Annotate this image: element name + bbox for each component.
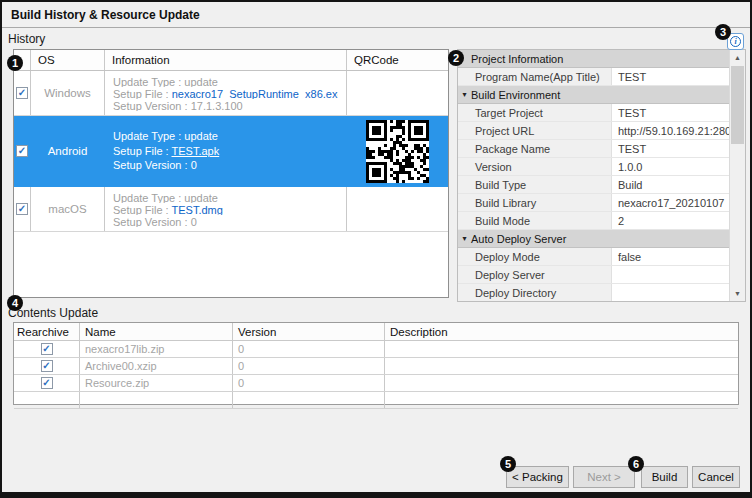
scroll-down-icon[interactable]: ▼ <box>730 286 745 301</box>
header-information[interactable]: Information <box>105 50 347 70</box>
callout-badge-4: 4 <box>7 295 23 311</box>
setup-file-link[interactable]: nexacro17_SetupRuntime_x86.exe <box>172 88 338 99</box>
info-icon-glyph: i <box>730 36 741 47</box>
qrcode-cell <box>347 71 448 115</box>
cancel-button[interactable]: Cancel <box>692 466 740 488</box>
setup-file-link[interactable]: TEST.dmg <box>172 204 223 215</box>
property-row-package-name: Package NameTEST <box>458 140 730 158</box>
property-value[interactable]: false <box>612 251 730 263</box>
section-label: Auto Deploy Server <box>471 233 566 245</box>
rearchive-checkbox[interactable]: ✓ <box>41 377 53 389</box>
property-value[interactable]: 2 <box>612 215 730 227</box>
row-checkbox[interactable]: ✓ <box>16 87 28 99</box>
history-row-macos[interactable]: ✓macOSUpdate Type : updateSetup File : T… <box>14 187 448 232</box>
property-label: Build Type <box>458 176 612 193</box>
setup-version-text: Setup Version : 0 <box>113 215 338 227</box>
section-expander-icon: ▾ <box>458 90 471 99</box>
build-properties-panel: Project InformationProgram Name(App Titl… <box>457 49 746 302</box>
qrcode-image[interactable] <box>366 120 429 183</box>
qrcode-cell <box>347 116 448 186</box>
os-cell: Android <box>31 116 105 186</box>
information-cell: Update Type : updateSetup File : TEST.dm… <box>105 187 347 231</box>
property-label: Project URL <box>458 122 612 139</box>
property-value[interactable]: 1.0.0 <box>612 161 730 173</box>
dialog-title: Build History & Resource Update <box>11 8 200 22</box>
setup-version-text: Setup Version : 17.1.3.100 <box>113 99 338 111</box>
build-button[interactable]: Build <box>641 466 688 488</box>
property-section-auto-deploy-server[interactable]: ▾Auto Deploy Server <box>458 230 730 248</box>
setup-file-link[interactable]: TEST.apk <box>172 145 220 157</box>
checkbox-cell: ✓ <box>14 187 31 231</box>
history-table: OS Information QRCode ✓WindowsUpdate Typ… <box>13 49 449 298</box>
version-cell <box>233 392 385 408</box>
description-cell <box>385 375 738 391</box>
property-row-build-mode: Build Mode2 <box>458 212 730 230</box>
section-label: Build Environment <box>471 89 560 101</box>
setup-file-text: Setup File : TEST.apk <box>113 144 338 159</box>
property-label: Package Name <box>458 140 612 157</box>
version-cell: 0 <box>233 375 385 391</box>
description-cell <box>385 392 738 408</box>
description-cell <box>385 341 738 357</box>
version-cell: 0 <box>233 341 385 357</box>
contents-table-header: Rearchive Name Version Description <box>14 323 738 341</box>
scrollbar-thumb[interactable] <box>731 66 744 144</box>
row-checkbox[interactable]: ✓ <box>16 203 28 215</box>
property-section-build-environment[interactable]: ▾Build Environment <box>458 86 730 104</box>
next-button[interactable]: Next > <box>573 466 635 488</box>
section-label: Project Information <box>471 53 563 65</box>
name-cell: nexacro17lib.zip <box>80 341 233 357</box>
property-value[interactable]: http://59.10.169.21:28080/appbuil <box>612 125 730 137</box>
header-description[interactable]: Description <box>385 323 738 340</box>
callout-badge-6: 6 <box>628 456 644 472</box>
update-type-text: Update Type : update <box>113 129 338 144</box>
header-os[interactable]: OS <box>31 50 105 70</box>
information-cell: Update Type : updateSetup File : TEST.ap… <box>105 116 347 186</box>
properties-scrollbar[interactable]: ▲ ▼ <box>729 50 745 301</box>
version-cell: 0 <box>233 358 385 374</box>
property-value[interactable]: TEST <box>612 143 730 155</box>
checkbox-cell: ✓ <box>14 71 31 115</box>
header-rearchive[interactable]: Rearchive <box>14 323 80 340</box>
scroll-up-icon[interactable]: ▲ <box>730 50 745 65</box>
header-qrcode[interactable]: QRCode <box>347 50 448 70</box>
rearchive-checkbox[interactable]: ✓ <box>41 360 53 372</box>
rearchive-cell: ✓ <box>14 375 80 391</box>
os-cell: macOS <box>31 187 105 231</box>
property-section-project-information[interactable]: Project Information <box>458 50 730 68</box>
setup-file-text: Setup File : TEST.dmg <box>113 203 338 215</box>
name-cell: Resource.zip <box>80 375 233 391</box>
contents-update-label: Contents Update <box>8 306 98 320</box>
contents-row-nexacro17lib-zip[interactable]: ✓nexacro17lib.zip0 <box>14 341 738 358</box>
os-cell: Windows <box>31 71 105 115</box>
property-value[interactable]: TEST <box>612 107 730 119</box>
property-label: Build Library <box>458 194 612 211</box>
qrcode-cell <box>347 187 448 231</box>
history-table-header: OS Information QRCode <box>14 50 448 71</box>
history-row-android[interactable]: ✓AndroidUpdate Type : updateSetup File :… <box>14 116 448 187</box>
contents-row-archive00-xzip[interactable]: ✓Archive00.xzip0 <box>14 358 738 375</box>
header-name[interactable]: Name <box>80 323 233 340</box>
callout-badge-2: 2 <box>448 50 464 66</box>
update-type-text: Update Type : update <box>113 75 338 87</box>
property-label: Program Name(App Title) <box>458 68 612 85</box>
property-row-build-library: Build Librarynexacro17_20210107 <box>458 194 730 212</box>
contents-row-resource-zip[interactable]: ✓Resource.zip0 <box>14 375 738 392</box>
setup-file-text: Setup File : nexacro17_SetupRuntime_x86.… <box>113 87 338 99</box>
build-history-resource-update-dialog: Build History & Resource Update History … <box>0 0 752 498</box>
packing-button[interactable]: < Packing <box>506 466 569 488</box>
property-label: Deploy Directory <box>458 284 612 301</box>
history-row-windows[interactable]: ✓WindowsUpdate Type : updateSetup File :… <box>14 71 448 116</box>
header-version[interactable]: Version <box>233 323 385 340</box>
rearchive-cell: ✓ <box>14 358 80 374</box>
row-checkbox[interactable]: ✓ <box>16 145 28 157</box>
property-value[interactable]: TEST <box>612 71 730 83</box>
contents-row-empty <box>14 392 738 409</box>
property-value[interactable]: nexacro17_20210107 <box>612 197 730 209</box>
rearchive-checkbox[interactable]: ✓ <box>41 343 53 355</box>
rearchive-cell <box>14 392 80 408</box>
property-row-program-name-app-title: Program Name(App Title)TEST <box>458 68 730 86</box>
property-label: Deploy Server <box>458 266 612 283</box>
property-value[interactable]: Build <box>612 179 730 191</box>
name-cell <box>80 392 233 408</box>
